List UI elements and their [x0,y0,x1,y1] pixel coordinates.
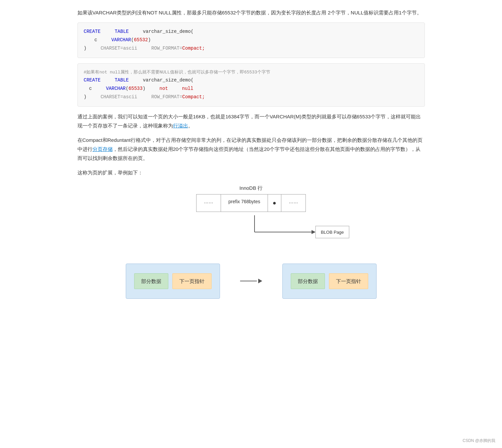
keyword-table-1: TABLE [115,29,129,34]
left-next-pointer: 下一页指针 [172,273,212,289]
closing-paren-2: ) [84,94,87,100]
svg-marker-2 [312,230,316,234]
page-extension-diagram: 部分数据 下一页指针 部分数据 下一页指针 [77,264,425,299]
col-size-2: 65533 [128,86,143,91]
paragraph-4: 这称为页的扩展，举例如下： [77,168,425,177]
row-cell-prefix: prefix 768bytes [221,194,268,212]
paren-open-1: ( [131,37,134,43]
row-cell-dots1: …… [197,194,221,212]
paren-close-2: ) [143,86,145,91]
paragraph-3: 在Compact和Reduntant行格式中，对于占用存储空间非常大的列，在记录… [77,135,425,163]
innodb-arrow-diagram: BLOB Page [77,215,425,256]
page-to-page-arrow [240,279,262,283]
right-next-pointer: 下一页指针 [329,273,368,289]
para3-mid: ，然后记录的真实数据处用20个字节存储指向这些页的地址（当然这20个字节中还包括… [77,146,421,161]
paragraph-1: 如果该VARCHAR类型的列没有NOT NULL属性，那最多只能存储65532个… [77,8,425,17]
paragraph-2: 通过上面的案例，我们可以知道一个页的大小一般是16KB，也就是16384字节，而… [77,112,425,130]
charset-attr-1: CHARSET=ascii [101,46,137,51]
col-type-1: VARCHAR [111,37,131,43]
arrow-line [240,281,257,281]
page-storage-link[interactable]: 分页存储 [93,146,113,152]
innodb-diagram: InnoDB 行 …… prefix 768bytes ● …… BLOB Pa… [77,184,425,256]
left-partial-data: 部分数据 [134,273,168,289]
paren-open-2: ( [126,86,128,91]
row-cell-dots2: …… [281,194,305,212]
arrow-head [258,279,262,283]
right-partial-data: 部分数据 [291,273,325,289]
page-ext-section: 部分数据 下一页指针 部分数据 下一页指针 [77,264,425,299]
col-name-2: c [89,86,92,91]
right-page-box: 部分数据 下一页指针 [282,264,377,299]
col-size-1: 65532 [134,37,148,43]
innodb-row-label: InnoDB 行 [239,184,263,192]
row-cell-dot: ● [268,194,281,212]
keyword-create-1: CREATE [84,29,101,34]
code-block-1: CREATE TABLE varchar_size_demo( c VARCHA… [77,22,425,58]
para2-end: 。 [188,123,193,128]
rowformat-val-2: Compact; [182,94,205,100]
keyword-table-2: TABLE [115,77,129,83]
tablename-1: varchar_size_demo( [143,29,193,34]
svg-text:BLOB Page: BLOB Page [321,230,344,235]
closing-paren-1: ) [84,46,87,51]
col-name-1: c [95,37,97,43]
innodb-row-cells: …… prefix 768bytes ● …… [196,194,306,212]
null-keyword: null [182,86,193,91]
code-comment: #如果有not null属性，那么就不需要NULL值标识，也就可以多存储一个字节… [84,68,419,76]
code-block-2: #如果有not null属性，那么就不需要NULL值标识，也就可以多存储一个字节… [77,63,425,107]
keyword-create-2: CREATE [84,77,101,83]
tablename-2: varchar_size_demo( [143,77,193,83]
paren-close-1: ) [148,37,151,43]
overflow-link[interactable]: 行溢出 [173,123,188,128]
rowformat-attr-1: ROW_FORMAT= [151,46,182,51]
charset-attr-2: CHARSET=ascii [101,94,137,100]
para2-text: 通过上面的案例，我们可以知道一个页的大小一般是16KB，也就是16384字节，而… [77,114,421,128]
col-type-2: VARCHAR [106,86,126,91]
rowformat-val-1: Compact; [182,46,205,51]
not-keyword: not [160,86,168,91]
left-page-box: 部分数据 下一页指针 [126,264,220,299]
rowformat-attr-2: ROW_FORMAT= [151,94,182,100]
